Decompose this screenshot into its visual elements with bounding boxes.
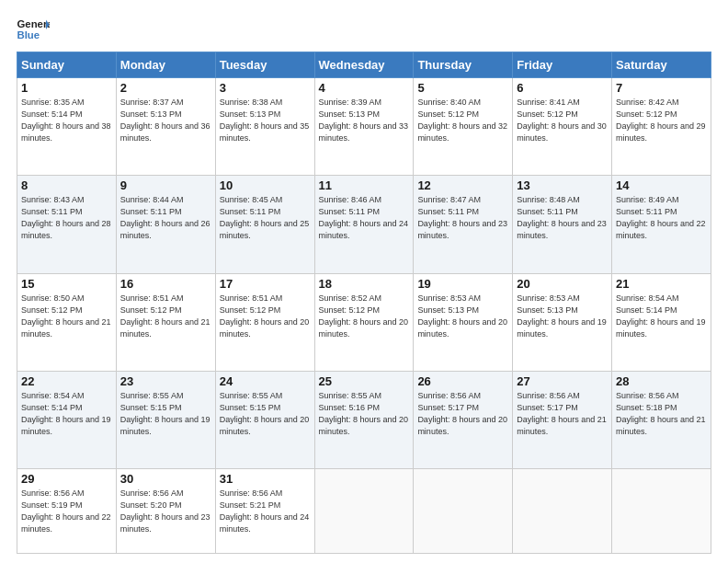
day-info: Sunrise: 8:54 AM Sunset: 5:14 PM Dayligh… — [616, 293, 706, 339]
calendar-cell: 5 Sunrise: 8:40 AM Sunset: 5:12 PM Dayli… — [414, 78, 513, 176]
day-info: Sunrise: 8:43 AM Sunset: 5:11 PM Dayligh… — [21, 195, 111, 240]
logo-icon: General Blue — [17, 17, 50, 42]
calendar-cell: 30 Sunrise: 8:56 AM Sunset: 5:20 PM Dayl… — [116, 469, 215, 554]
calendar-table: SundayMondayTuesdayWednesdayThursdayFrid… — [17, 52, 711, 554]
day-info: Sunrise: 8:51 AM Sunset: 5:12 PM Dayligh… — [120, 293, 210, 339]
calendar-cell — [612, 469, 711, 554]
day-info: Sunrise: 8:49 AM Sunset: 5:11 PM Dayligh… — [616, 195, 706, 240]
calendar-cell: 29 Sunrise: 8:56 AM Sunset: 5:19 PM Dayl… — [17, 469, 117, 554]
day-number: 9 — [120, 178, 211, 192]
day-info: Sunrise: 8:56 AM Sunset: 5:21 PM Dayligh… — [220, 488, 310, 534]
calendar-cell — [513, 469, 612, 554]
weekday-thursday: Thursday — [414, 52, 513, 78]
day-number: 5 — [417, 81, 508, 95]
logo: General Blue — [17, 17, 50, 42]
day-info: Sunrise: 8:55 AM Sunset: 5:16 PM Dayligh… — [319, 391, 409, 436]
day-number: 31 — [220, 472, 311, 486]
weekday-header-row: SundayMondayTuesdayWednesdayThursdayFrid… — [17, 52, 711, 78]
day-info: Sunrise: 8:55 AM Sunset: 5:15 PM Dayligh… — [220, 391, 310, 436]
day-number: 19 — [417, 277, 508, 291]
calendar-cell: 16 Sunrise: 8:51 AM Sunset: 5:12 PM Dayl… — [116, 273, 215, 371]
day-number: 1 — [21, 81, 112, 95]
calendar-cell: 1 Sunrise: 8:35 AM Sunset: 5:14 PM Dayli… — [17, 78, 117, 176]
calendar-cell: 10 Sunrise: 8:45 AM Sunset: 5:11 PM Dayl… — [215, 176, 314, 273]
calendar-cell: 8 Sunrise: 8:43 AM Sunset: 5:11 PM Dayli… — [17, 176, 117, 273]
day-number: 24 — [220, 374, 311, 388]
day-number: 29 — [21, 472, 112, 486]
day-number: 15 — [21, 277, 112, 291]
day-info: Sunrise: 8:56 AM Sunset: 5:17 PM Dayligh… — [417, 391, 507, 436]
day-info: Sunrise: 8:45 AM Sunset: 5:11 PM Dayligh… — [220, 195, 310, 240]
weekday-friday: Friday — [513, 52, 612, 78]
day-info: Sunrise: 8:40 AM Sunset: 5:12 PM Dayligh… — [417, 98, 507, 143]
calendar-cell: 28 Sunrise: 8:56 AM Sunset: 5:18 PM Dayl… — [612, 371, 711, 468]
day-number: 7 — [616, 81, 707, 95]
day-number: 30 — [120, 472, 211, 486]
weekday-saturday: Saturday — [612, 52, 711, 78]
day-info: Sunrise: 8:37 AM Sunset: 5:13 PM Dayligh… — [120, 98, 210, 143]
calendar-cell: 31 Sunrise: 8:56 AM Sunset: 5:21 PM Dayl… — [215, 469, 314, 554]
day-number: 27 — [517, 374, 608, 388]
calendar-cell: 20 Sunrise: 8:53 AM Sunset: 5:13 PM Dayl… — [513, 273, 612, 371]
day-number: 18 — [319, 277, 410, 291]
calendar-cell: 3 Sunrise: 8:38 AM Sunset: 5:13 PM Dayli… — [215, 78, 314, 176]
calendar-cell: 18 Sunrise: 8:52 AM Sunset: 5:12 PM Dayl… — [314, 273, 414, 371]
calendar-cell: 4 Sunrise: 8:39 AM Sunset: 5:13 PM Dayli… — [314, 78, 414, 176]
calendar-cell: 2 Sunrise: 8:37 AM Sunset: 5:13 PM Dayli… — [116, 78, 215, 176]
day-number: 6 — [517, 81, 608, 95]
day-number: 10 — [220, 178, 311, 192]
calendar-cell: 15 Sunrise: 8:50 AM Sunset: 5:12 PM Dayl… — [17, 273, 117, 371]
calendar-cell: 19 Sunrise: 8:53 AM Sunset: 5:13 PM Dayl… — [414, 273, 513, 371]
day-info: Sunrise: 8:41 AM Sunset: 5:12 PM Dayligh… — [517, 98, 607, 143]
calendar-cell: 22 Sunrise: 8:54 AM Sunset: 5:14 PM Dayl… — [17, 371, 117, 468]
day-number: 16 — [120, 277, 211, 291]
calendar-cell: 7 Sunrise: 8:42 AM Sunset: 5:12 PM Dayli… — [612, 78, 711, 176]
day-number: 25 — [319, 374, 410, 388]
day-number: 17 — [220, 277, 311, 291]
weekday-wednesday: Wednesday — [314, 52, 414, 78]
day-info: Sunrise: 8:51 AM Sunset: 5:12 PM Dayligh… — [220, 293, 310, 339]
day-number: 21 — [616, 277, 707, 291]
calendar-cell: 12 Sunrise: 8:47 AM Sunset: 5:11 PM Dayl… — [414, 176, 513, 273]
day-info: Sunrise: 8:56 AM Sunset: 5:19 PM Dayligh… — [21, 488, 111, 534]
day-info: Sunrise: 8:44 AM Sunset: 5:11 PM Dayligh… — [120, 195, 210, 240]
day-number: 26 — [417, 374, 508, 388]
day-info: Sunrise: 8:52 AM Sunset: 5:12 PM Dayligh… — [319, 293, 409, 339]
day-number: 13 — [517, 178, 608, 192]
calendar-cell: 6 Sunrise: 8:41 AM Sunset: 5:12 PM Dayli… — [513, 78, 612, 176]
calendar-cell: 11 Sunrise: 8:46 AM Sunset: 5:11 PM Dayl… — [314, 176, 414, 273]
weekday-sunday: Sunday — [17, 52, 117, 78]
day-number: 8 — [21, 178, 112, 192]
header: General Blue — [17, 17, 711, 42]
day-info: Sunrise: 8:54 AM Sunset: 5:14 PM Dayligh… — [21, 391, 111, 436]
day-info: Sunrise: 8:42 AM Sunset: 5:12 PM Dayligh… — [616, 98, 706, 143]
day-number: 2 — [120, 81, 211, 95]
calendar-cell — [314, 469, 414, 554]
day-info: Sunrise: 8:46 AM Sunset: 5:11 PM Dayligh… — [319, 195, 409, 240]
calendar-cell: 27 Sunrise: 8:56 AM Sunset: 5:17 PM Dayl… — [513, 371, 612, 468]
day-number: 4 — [319, 81, 410, 95]
calendar-cell — [414, 469, 513, 554]
day-info: Sunrise: 8:38 AM Sunset: 5:13 PM Dayligh… — [220, 98, 310, 143]
calendar-cell: 21 Sunrise: 8:54 AM Sunset: 5:14 PM Dayl… — [612, 273, 711, 371]
day-number: 12 — [417, 178, 508, 192]
day-number: 22 — [21, 374, 112, 388]
svg-text:Blue: Blue — [17, 29, 40, 40]
calendar-cell: 25 Sunrise: 8:55 AM Sunset: 5:16 PM Dayl… — [314, 371, 414, 468]
day-info: Sunrise: 8:56 AM Sunset: 5:18 PM Dayligh… — [616, 391, 706, 436]
day-info: Sunrise: 8:53 AM Sunset: 5:13 PM Dayligh… — [417, 293, 507, 339]
weekday-tuesday: Tuesday — [215, 52, 314, 78]
calendar-cell: 23 Sunrise: 8:55 AM Sunset: 5:15 PM Dayl… — [116, 371, 215, 468]
day-info: Sunrise: 8:39 AM Sunset: 5:13 PM Dayligh… — [319, 98, 409, 143]
day-info: Sunrise: 8:53 AM Sunset: 5:13 PM Dayligh… — [517, 293, 607, 339]
day-info: Sunrise: 8:55 AM Sunset: 5:15 PM Dayligh… — [120, 391, 210, 436]
day-info: Sunrise: 8:47 AM Sunset: 5:11 PM Dayligh… — [417, 195, 507, 240]
calendar-cell: 17 Sunrise: 8:51 AM Sunset: 5:12 PM Dayl… — [215, 273, 314, 371]
svg-text:General: General — [17, 18, 51, 29]
day-info: Sunrise: 8:56 AM Sunset: 5:17 PM Dayligh… — [517, 391, 607, 436]
day-number: 3 — [220, 81, 311, 95]
day-info: Sunrise: 8:35 AM Sunset: 5:14 PM Dayligh… — [21, 98, 111, 143]
day-info: Sunrise: 8:50 AM Sunset: 5:12 PM Dayligh… — [21, 293, 111, 339]
day-number: 28 — [616, 374, 707, 388]
day-number: 11 — [319, 178, 410, 192]
